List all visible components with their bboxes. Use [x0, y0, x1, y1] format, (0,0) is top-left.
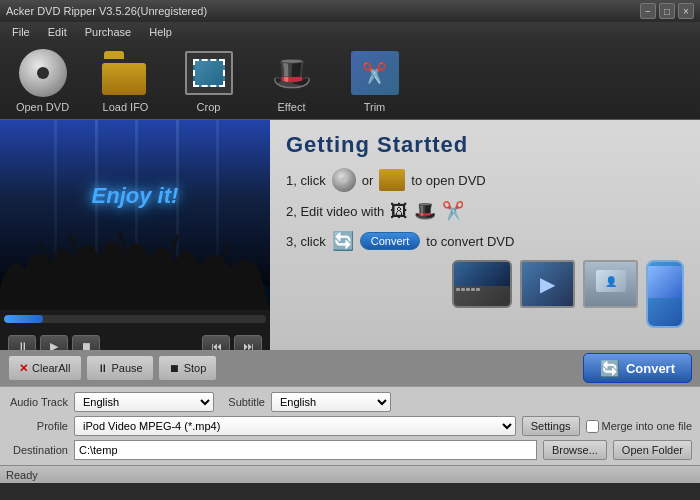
next-button[interactable]: ⏭ [234, 335, 262, 350]
profile-select[interactable]: iPod Video MPEG-4 (*.mp4) [74, 416, 516, 436]
device-video-thumb: ▶ [520, 260, 575, 308]
audio-track-select[interactable]: English [74, 392, 214, 412]
progress-bar-fill [4, 315, 43, 323]
folder-icon [102, 51, 150, 95]
step-1-or: or [362, 173, 374, 188]
open-dvd-icon [19, 49, 67, 97]
step-1-folder-icon [379, 169, 405, 191]
convert-label: Convert [626, 361, 675, 376]
step-3-convert-button[interactable]: Convert [360, 232, 421, 250]
getting-started-title: Getting Startted [286, 132, 684, 158]
stop-icon: ⏹ [169, 362, 180, 374]
open-dvd-label: Open DVD [16, 101, 69, 113]
preview-panel: Enjoy it! ⏸ ▶ ⏹ ⏮ ⏭ [0, 120, 270, 350]
menu-bar: File Edit Purchase Help [0, 22, 700, 42]
trim-label: Trim [364, 101, 386, 113]
playback-controls: ⏸ ▶ ⏹ [8, 335, 100, 350]
toolbar: Open DVD Load IFO Crop 🎩 Effect [0, 42, 700, 120]
device-photo-thumb: 👤 [583, 260, 638, 308]
menu-help[interactable]: Help [141, 24, 180, 40]
stop-playback-button[interactable]: ⏹ [72, 335, 100, 350]
settings-button[interactable]: Settings [522, 416, 580, 436]
form-area: Audio Track English Subtitle English Pro… [0, 386, 700, 465]
audio-track-label: Audio Track [8, 396, 68, 408]
effect-button[interactable]: 🎩 Effect [259, 49, 324, 113]
step-1-num: 1, click [286, 173, 326, 188]
browse-button[interactable]: Browse... [543, 440, 607, 460]
effect-icon-wrap: 🎩 [268, 49, 316, 97]
load-ifo-button[interactable]: Load IFO [93, 49, 158, 113]
merge-label-text: Merge into one file [602, 420, 693, 432]
load-ifo-icon [102, 49, 150, 97]
svg-line-1 [70, 235, 80, 258]
crop-inner [193, 59, 225, 87]
main-area: Enjoy it! ⏸ ▶ ⏹ ⏮ ⏭ Getting Startted 1, … [0, 120, 700, 350]
load-ifo-label: Load IFO [103, 101, 149, 113]
audio-subtitle-row: Audio Track English Subtitle English [8, 392, 692, 412]
menu-purchase[interactable]: Purchase [77, 24, 139, 40]
stop-label: Stop [184, 362, 207, 374]
preview-controls: ⏸ ▶ ⏹ ⏮ ⏭ [0, 328, 270, 350]
effect-label: Effect [278, 101, 306, 113]
pause-button[interactable]: ⏸ Pause [86, 355, 154, 381]
trim-icon-wrap: ✂️ [351, 51, 399, 95]
profile-label: Profile [8, 420, 68, 432]
subtitle-label: Subtitle [220, 396, 265, 408]
prev-button[interactable]: ⏮ [202, 335, 230, 350]
destination-row: Destination Browse... Open Folder [8, 440, 692, 460]
clear-all-button[interactable]: ✕ ClearAll [8, 355, 82, 381]
pause-icon: ⏸ [97, 362, 108, 374]
merge-checkbox[interactable] [586, 420, 599, 433]
progress-bar[interactable] [4, 315, 266, 323]
pause-label: Pause [112, 362, 143, 374]
step-2-icon1: 🖼 [390, 201, 408, 222]
open-folder-button[interactable]: Open Folder [613, 440, 692, 460]
open-dvd-button[interactable]: Open DVD [10, 49, 75, 113]
getting-started-panel: Getting Startted 1, click or to open DVD… [270, 120, 700, 350]
profile-row: Profile iPod Video MPEG-4 (*.mp4) Settin… [8, 416, 692, 436]
subtitle-select[interactable]: English [271, 392, 391, 412]
device-phone [646, 260, 684, 328]
crop-icon-wrap [185, 51, 233, 95]
step-1-text: to open DVD [411, 173, 485, 188]
step-2-icon3: ✂️ [442, 200, 464, 222]
clear-all-label: ClearAll [32, 362, 71, 374]
close-button[interactable]: × [678, 3, 694, 19]
trim-icon: ✂️ [351, 49, 399, 97]
step-3-text: to convert DVD [426, 234, 514, 249]
step-3-num: 3, click [286, 234, 326, 249]
dvd-disc-icon [19, 49, 67, 97]
nav-controls: ⏮ ⏭ [202, 335, 262, 350]
effect-icon: 🎩 [268, 49, 316, 97]
minimize-button[interactable]: − [640, 3, 656, 19]
restore-button[interactable]: □ [659, 3, 675, 19]
step-1: 1, click or to open DVD [286, 168, 684, 192]
crop-icon [185, 49, 233, 97]
preview-image: Enjoy it! [0, 120, 270, 310]
devices-area: ▶ 👤 [286, 260, 684, 328]
step-2: 2, Edit video with 🖼 🎩 ✂️ [286, 200, 684, 222]
step-3: 3, click 🔄 Convert to convert DVD [286, 230, 684, 252]
destination-input[interactable] [74, 440, 537, 460]
preview-progress [0, 310, 270, 328]
convert-button[interactable]: 🔄 Convert [583, 353, 692, 383]
action-bar: ✕ ClearAll ⏸ Pause ⏹ Stop 🔄 Convert [0, 350, 700, 386]
pause-playback-button[interactable]: ⏸ [8, 335, 36, 350]
destination-label: Destination [8, 444, 68, 456]
app-title: Acker DVD Ripper V3.5.26(Unregistered) [6, 5, 207, 17]
stop-button[interactable]: ⏹ Stop [158, 355, 218, 381]
title-bar: Acker DVD Ripper V3.5.26(Unregistered) −… [0, 0, 700, 22]
clear-all-x-icon: ✕ [19, 362, 28, 375]
crop-label: Crop [197, 101, 221, 113]
step-2-icon2: 🎩 [414, 200, 436, 222]
play-button[interactable]: ▶ [40, 335, 68, 350]
step-3-refresh-icon: 🔄 [332, 230, 354, 252]
preview-enjoy-text: Enjoy it! [92, 183, 179, 209]
step-2-num: 2, Edit video with [286, 204, 384, 219]
trim-button[interactable]: ✂️ Trim [342, 49, 407, 113]
menu-file[interactable]: File [4, 24, 38, 40]
convert-refresh-icon: 🔄 [600, 359, 620, 378]
menu-edit[interactable]: Edit [40, 24, 75, 40]
crop-button[interactable]: Crop [176, 49, 241, 113]
step-1-dvd-icon [332, 168, 356, 192]
